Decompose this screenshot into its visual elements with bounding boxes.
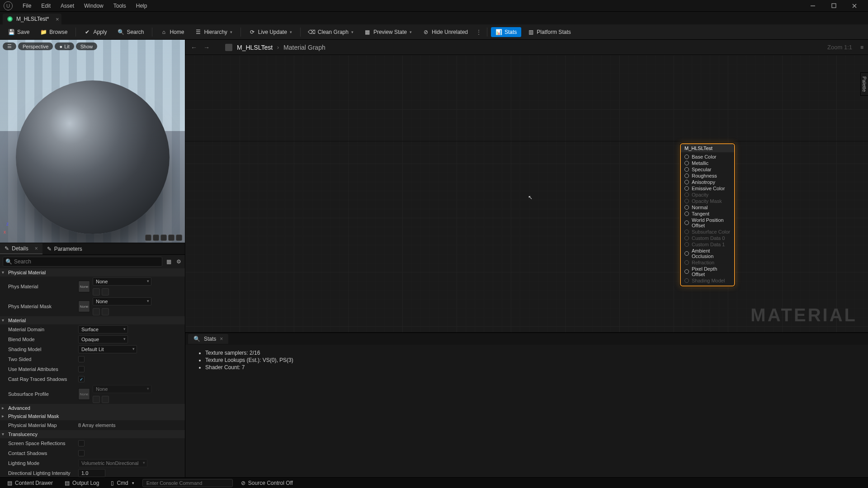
hierarchy-button[interactable]: ☰Hierarchy▾ xyxy=(190,27,236,37)
apply-button[interactable]: ✔Apply xyxy=(80,27,111,37)
dli-input[interactable]: 1.0 xyxy=(78,469,105,477)
shape-plane-button[interactable] xyxy=(160,235,167,241)
palette-tab[interactable]: Palette xyxy=(860,72,868,96)
material-preview-viewport[interactable]: ☰ Perspective ●Lit Show zx xyxy=(0,40,185,243)
shape-sphere-button[interactable] xyxy=(153,235,159,241)
tab-details[interactable]: ✎Details× xyxy=(0,243,42,254)
use-material-attributes-checkbox[interactable] xyxy=(78,366,85,372)
hide-unrelated-button[interactable]: ⊘Hide Unrelated xyxy=(418,27,472,37)
browse-asset-icon[interactable] xyxy=(102,288,109,296)
viewport-lit-button[interactable]: ●Lit xyxy=(55,42,74,50)
document-tabbar: M_HLSLTest* × xyxy=(0,12,868,24)
nav-back-button[interactable]: ← xyxy=(190,43,198,52)
cast-rts-checkbox[interactable] xyxy=(78,376,85,382)
menu-asset[interactable]: Asset xyxy=(56,1,79,11)
pin-anisotropy[interactable]: Anisotropy xyxy=(681,179,734,185)
search-button[interactable]: 🔍Search xyxy=(113,27,148,37)
content-drawer-button[interactable]: ▤Content Drawer xyxy=(4,479,57,487)
cmd-dropdown[interactable]: ▯Cmd▾ xyxy=(107,479,137,487)
asset-thumbnail[interactable]: None xyxy=(78,281,90,292)
graph-settings-icon[interactable]: ≡ xyxy=(860,44,863,51)
section-physical-material-mask[interactable]: Physical Material Mask xyxy=(0,412,185,420)
details-search-input[interactable] xyxy=(3,257,162,267)
menu-window[interactable]: Window xyxy=(80,1,108,11)
ssr-checkbox[interactable] xyxy=(78,440,85,446)
section-physical-material[interactable]: Physical Material xyxy=(0,268,185,277)
pin-emissive-color[interactable]: Emissive Color xyxy=(681,185,734,192)
kebab-icon[interactable]: ⋮ xyxy=(474,29,483,35)
use-selected-icon[interactable] xyxy=(93,308,100,315)
viewport-shape-buttons xyxy=(145,235,182,241)
details-panel[interactable]: Physical Material Phys Material None Non… xyxy=(0,268,185,477)
pin-label: Emissive Color xyxy=(692,186,725,191)
source-control-button[interactable]: ⊘Source Control Off xyxy=(237,479,864,487)
window-close-button[interactable] xyxy=(844,0,864,11)
tab-parameters[interactable]: ✎Parameters xyxy=(42,243,87,254)
use-selected-icon[interactable] xyxy=(93,288,100,296)
use-selected-icon[interactable] xyxy=(93,396,100,403)
pin-roughness[interactable]: Roughness xyxy=(681,173,734,179)
viewport-perspective-button[interactable]: Perspective xyxy=(18,42,53,50)
pin-tangent[interactable]: Tangent xyxy=(681,211,734,217)
pin-specular[interactable]: Specular xyxy=(681,166,734,173)
shape-mesh-button[interactable] xyxy=(176,235,182,241)
pin-socket-icon xyxy=(684,221,689,225)
menu-help[interactable]: Help xyxy=(132,1,152,11)
close-icon[interactable]: × xyxy=(220,336,223,342)
menu-edit[interactable]: Edit xyxy=(37,1,55,11)
two-sided-checkbox[interactable] xyxy=(78,356,85,362)
shape-cylinder-button[interactable] xyxy=(145,235,151,241)
menu-tools[interactable]: Tools xyxy=(109,1,131,11)
output-log-button[interactable]: ▤Output Log xyxy=(61,479,103,487)
close-icon[interactable]: × xyxy=(56,16,59,23)
preview-state-button[interactable]: ▦Preview State▾ xyxy=(360,27,416,37)
section-advanced[interactable]: Advanced xyxy=(0,404,185,412)
breadcrumb-asset[interactable]: M_HLSLTest xyxy=(237,44,273,51)
phys-material-mask-dropdown[interactable]: None xyxy=(93,297,151,305)
menu-file[interactable]: File xyxy=(18,1,36,11)
pin-socket-icon xyxy=(684,251,689,256)
viewport-options-button[interactable]: ☰ xyxy=(3,42,16,50)
pin-custom-data-0: Custom Data 0 xyxy=(681,235,734,241)
material-graph-canvas[interactable]: ↖ Palette M_HLSLTest Base ColorMetallicS… xyxy=(185,55,868,333)
material-output-node[interactable]: M_HLSLTest Base ColorMetallicSpecularRou… xyxy=(680,143,735,286)
pin-normal[interactable]: Normal xyxy=(681,204,734,211)
stats-button[interactable]: 📊Stats xyxy=(491,27,521,37)
section-translucency[interactable]: Translucency xyxy=(0,430,185,438)
document-tab[interactable]: M_HLSLTest* × xyxy=(3,14,61,24)
viewport-show-button[interactable]: Show xyxy=(76,42,98,50)
pin-label: Refraction xyxy=(692,260,714,265)
material-domain-dropdown[interactable]: Surface xyxy=(78,325,128,333)
window-minimize-button[interactable] xyxy=(803,0,823,11)
tab-stats[interactable]: 🔍Stats× xyxy=(188,334,228,344)
asset-thumbnail[interactable]: None xyxy=(78,300,90,312)
apply-label: Apply xyxy=(93,29,107,35)
save-button[interactable]: 💾Save xyxy=(4,27,34,37)
pin-metallic[interactable]: Metallic xyxy=(681,160,734,166)
pin-base-color[interactable]: Base Color xyxy=(681,154,734,160)
blend-mode-dropdown[interactable]: Opaque xyxy=(78,335,128,343)
pin-ambient-occlusion[interactable]: Ambient Occlusion xyxy=(681,248,734,259)
platform-stats-button[interactable]: ▥Platform Stats xyxy=(523,27,575,37)
browse-asset-icon[interactable] xyxy=(102,396,109,403)
browse-asset-icon[interactable] xyxy=(102,308,109,315)
pin-world-position-offset[interactable]: World Position Offset xyxy=(681,217,734,229)
phys-material-dropdown[interactable]: None xyxy=(93,277,151,286)
shape-cube-button[interactable] xyxy=(168,235,175,241)
browse-button[interactable]: 📁Browse xyxy=(36,27,72,37)
live-update-button[interactable]: ⟳Live Update▾ xyxy=(245,27,297,37)
window-maximize-button[interactable] xyxy=(824,0,844,11)
console-input[interactable] xyxy=(142,479,233,487)
close-icon[interactable]: × xyxy=(35,245,38,252)
gear-icon[interactable]: ⚙ xyxy=(175,258,182,265)
section-material[interactable]: Material xyxy=(0,316,185,324)
log-icon: ▤ xyxy=(65,480,70,486)
contact-shadows-checkbox[interactable] xyxy=(78,450,85,456)
shading-model-dropdown[interactable]: Default Lit xyxy=(78,345,137,353)
pin-socket-icon xyxy=(684,161,689,165)
pin-pixel-depth-offset[interactable]: Pixel Depth Offset xyxy=(681,266,734,277)
property-matrix-icon[interactable]: ▦ xyxy=(165,258,172,265)
home-button[interactable]: ⌂Home xyxy=(156,27,189,37)
clean-graph-button[interactable]: ⌫Clean Graph▾ xyxy=(304,27,358,37)
nav-forward-button[interactable]: → xyxy=(203,43,211,52)
